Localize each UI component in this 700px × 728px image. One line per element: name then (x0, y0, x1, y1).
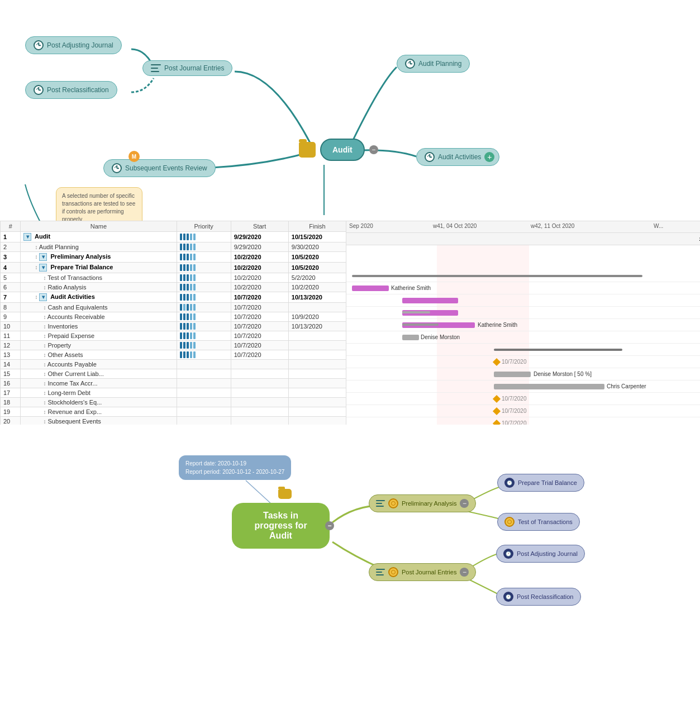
gantt-bar-trial-balance (346, 307, 700, 319)
milestone-m: M (128, 151, 140, 162)
table-row: 4 ↕ ▾ Prepare Trial Balance 10/2/2020 10… (1, 263, 346, 273)
node-post-journal[interactable]: Post Journal Entries (142, 60, 232, 76)
row-name: ▾ Audit (21, 232, 177, 242)
clock-navy-icon: 🕐 (503, 592, 513, 602)
row-priority (177, 232, 231, 242)
node-label: Post Reclassification (517, 593, 574, 600)
node-label: Post Journal Entries (164, 64, 224, 72)
col-start: Start (231, 221, 288, 232)
clock-navy-icon: 🕐 (503, 549, 513, 559)
lines-icon (376, 500, 385, 507)
col-finish: Finish (288, 221, 346, 232)
node-label: Post Reclassification (47, 86, 109, 94)
gantt-bar-audit-planning: Katherine Smith (346, 282, 700, 294)
gantt-bar-audit (346, 270, 700, 282)
report-date: Report date: 2020-10-19 (185, 459, 284, 468)
node-label: Preliminary Analysis (402, 500, 456, 507)
table-row: 7 ↕ ▾ Audit Activities 10/7/2020 10/13/2… (1, 292, 346, 303)
yellow-clock-icon (504, 517, 515, 527)
table-row: 13 ↕ Other Assets 10/7/2020 (1, 350, 346, 360)
gantt-bar-audit-activities (346, 344, 700, 356)
gantt-bar-prepaid: 10/7/2020 (346, 393, 700, 405)
expand-icon[interactable]: ▾ (39, 253, 47, 261)
col-name: Name (21, 221, 177, 232)
node-label: Post Adjusting Journal (517, 550, 578, 557)
table-row: 11 ↕ Prepaid Expense 10/7/2020 (1, 331, 346, 341)
mindmap-bottom: Report date: 2020-10-19 Report period: 2… (0, 425, 700, 728)
node-label: Audit Planning (418, 60, 461, 68)
minus-btn[interactable]: − (460, 499, 469, 508)
table-row: 1 ▾ Audit 9/29/2020 10/15/2020 (1, 232, 346, 242)
node-label: Test of Transactions (518, 518, 573, 525)
gantt-bar-inventories: Chris Carpenter (346, 380, 700, 393)
gantt-bar-preliminary (346, 294, 700, 307)
clock-icon (112, 163, 122, 173)
node-audit-activities[interactable]: Audit Activities + (416, 148, 499, 166)
gantt-area: # Name Priority Start Finish 1 ▾ Audit (0, 221, 700, 441)
node-post-reclassification[interactable]: Post Reclassification (25, 81, 117, 99)
table-row: 12 ↕ Property 10/7/2020 (1, 341, 346, 350)
expand-icon[interactable]: ▾ (23, 233, 31, 241)
yellow-clock-icon (388, 567, 398, 577)
table-row: 19 ↕ Revenue and Exp... (1, 407, 346, 417)
tasks-main-node[interactable]: Tasks in progress for Audit − (232, 503, 330, 549)
diamond-icon (493, 407, 501, 415)
col-priority: Priority (177, 221, 231, 232)
node-audit-planning[interactable]: Audit Planning (397, 55, 470, 73)
row-finish: 10/15/2020 (288, 232, 346, 242)
node-subsequent[interactable]: M Subsequent Events Review (103, 156, 216, 177)
expand-icon[interactable]: ▾ (39, 264, 47, 272)
folder-icon-bottom (278, 489, 292, 499)
clock-icon (34, 85, 44, 95)
table-row: 2 ↕ Audit Planning 9/29/2020 9/30/2020 (1, 242, 346, 252)
table-row: 16 ↕ Income Tax Accr... (1, 379, 346, 388)
diamond-icon (493, 358, 501, 366)
tasks-minus-btn[interactable]: − (325, 521, 334, 530)
node-label: Audit (332, 145, 353, 154)
table-row: 18 ↕ Stockholders's Eq... (1, 398, 346, 407)
row-name: ↕ Audit Planning (21, 242, 177, 252)
mindmap-top: Post Adjusting Journal Post Reclassifica… (0, 0, 700, 229)
node-label: Post Adjusting Journal (47, 41, 113, 49)
gantt-chart-bars: Sep 2020 w41, 04 Oct 2020 w42, 11 Oct 20… (346, 221, 700, 441)
gantt-bar-ar: Denise Morston [ 50 %] (346, 368, 700, 380)
gantt-bar-property: 10/7/2020 (346, 405, 700, 417)
table-row: 9 ↕ Accounts Receivable 10/7/2020 10/9/2… (1, 312, 346, 322)
report-bubble: Report date: 2020-10-19 Report period: 2… (179, 455, 291, 480)
gantt-bar-test-transactions: Katherine Smith (346, 319, 700, 331)
node-audit-main[interactable]: Audit − (299, 139, 378, 161)
table-row: 14 ↕ Accounts Payable (1, 360, 346, 369)
add-btn[interactable]: + (484, 152, 494, 162)
table-row: 15 ↕ Other Current Liab... (1, 369, 346, 379)
clock-icon (405, 59, 415, 69)
node-label: Post Journal Entries (402, 569, 456, 575)
lines-icon (376, 569, 385, 575)
table-row: 10 ↕ Inventories 10/7/2020 10/13/2020 (1, 322, 346, 331)
clock-navy-icon: 🕐 (504, 478, 515, 488)
node-post-adjusting[interactable]: Post Adjusting Journal (25, 36, 122, 54)
lines-icon (151, 64, 161, 72)
audit-minus-btn[interactable]: − (369, 145, 378, 154)
gantt-table: # Name Priority Start Finish 1 ▾ Audit (0, 221, 346, 426)
diamond-icon (493, 395, 501, 403)
table-row: 6 ↕ Ratio Analysis 10/2/2020 10/2/2020 (1, 283, 346, 292)
gantt-bar-cash: 10/7/2020 (346, 356, 700, 368)
expand-icon[interactable]: ▾ (39, 293, 47, 301)
clock-icon (34, 40, 44, 50)
yellow-clock-icon (388, 498, 398, 508)
table-row: 17 ↕ Long-term Debt (1, 388, 346, 398)
tasks-label: Tasks in progress for Audit (254, 511, 307, 540)
table-row: 8 ↕ Cash and Equivalents 10/7/2020 (1, 303, 346, 312)
col-num: # (1, 221, 21, 232)
node-label: Audit Activities (438, 153, 481, 161)
row-start: 9/29/2020 (231, 232, 288, 242)
table-row: 3 ↕ ▾ Preliminary Analysis 10/2/2020 10/… (1, 252, 346, 263)
clock-icon (425, 152, 435, 162)
table-row: 5 ↕ Test of Transactions 10/2/2020 5/2/2… (1, 273, 346, 283)
node-label: Prepare Trial Balance (518, 479, 577, 486)
gantt-bar-ratio: Denise Morston (346, 331, 700, 344)
minus-btn[interactable]: − (460, 568, 469, 577)
report-period: Report period: 2020-10-12 - 2020-10-27 (185, 468, 284, 476)
node-label: Subsequent Events Review (125, 164, 207, 172)
row-num: 2 (1, 242, 21, 252)
